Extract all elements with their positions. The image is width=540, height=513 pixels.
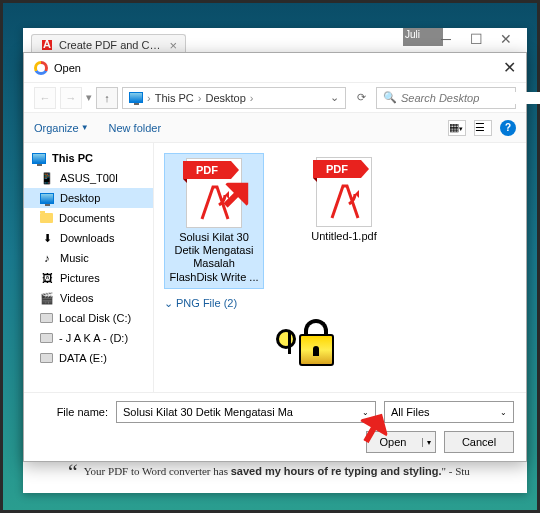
minimize-icon[interactable]: ─ (440, 33, 452, 45)
tree-drive-c[interactable]: Local Disk (C:) (24, 308, 153, 328)
titlebar-accent: Juli (403, 28, 443, 46)
section-png-files[interactable]: ⌄PNG File (2) (164, 297, 516, 310)
tree-pictures[interactable]: 🖼Pictures (24, 268, 153, 288)
tree-this-pc[interactable]: This PC (24, 148, 153, 168)
file-item[interactable] (274, 314, 516, 374)
nav-up-button[interactable]: ↑ (96, 87, 118, 109)
open-button[interactable]: Open (366, 431, 436, 453)
folder-icon (40, 213, 53, 223)
organize-button[interactable]: Organize ▼ (34, 122, 89, 134)
chevron-right-icon: › (250, 92, 254, 104)
nav-back-button[interactable]: ← (34, 87, 56, 109)
cancel-button[interactable]: Cancel (444, 431, 514, 453)
music-icon: ♪ (40, 251, 54, 265)
png-thumbnail (274, 314, 344, 374)
file-item[interactable]: PDF Untitled-1.pdf (294, 153, 394, 289)
breadcrumb[interactable]: › This PC › Desktop › ⌄ (122, 87, 346, 109)
dialog-toolbar: Organize ▼ New folder ▦▾ ☰ ? (24, 113, 526, 143)
open-file-dialog: Open ✕ ← → ▾ ↑ › This PC › Desktop › ⌄ ⟳… (23, 52, 527, 462)
pdf-icon: PDF (186, 158, 242, 228)
new-folder-button[interactable]: New folder (109, 122, 162, 134)
tree-item[interactable]: 📱ASUS_T00I (24, 168, 153, 188)
chevron-down-icon: ⌄ (164, 297, 173, 310)
tree-drive-d[interactable]: - J A K A - (D:) (24, 328, 153, 348)
chrome-icon (34, 61, 48, 75)
chevron-right-icon: › (147, 92, 151, 104)
nav-forward-button[interactable]: → (60, 87, 82, 109)
tree-desktop[interactable]: Desktop (24, 188, 153, 208)
nav-dropdown-icon[interactable]: ▾ (86, 91, 92, 104)
breadcrumb-this-pc[interactable]: This PC (155, 92, 194, 104)
tree-drive-e[interactable]: DATA (E:) (24, 348, 153, 368)
file-list[interactable]: PDF Solusi Kilat 30 Detik Mengatasi Masa… (154, 143, 526, 392)
tree-videos[interactable]: 🎬Videos (24, 288, 153, 308)
download-icon: ⬇ (40, 231, 54, 245)
drive-icon (40, 333, 53, 343)
dialog-title: Open (54, 62, 81, 74)
chevron-right-icon: › (198, 92, 202, 104)
dialog-footer: File name: Solusi Kilat 30 Detik Mengata… (24, 392, 526, 461)
picture-icon: 🖼 (40, 271, 54, 285)
breadcrumb-desktop[interactable]: Desktop (205, 92, 245, 104)
dialog-close-icon[interactable]: ✕ (503, 58, 516, 77)
desktop-icon (40, 193, 54, 204)
drive-icon (40, 313, 53, 323)
tree-documents[interactable]: Documents (24, 208, 153, 228)
chevron-down-icon[interactable]: ⌄ (330, 91, 339, 104)
view-thumbnails-button[interactable]: ▦▾ (448, 120, 466, 136)
maximize-icon[interactable]: ☐ (470, 33, 482, 45)
pc-icon (129, 92, 143, 103)
filename-label: File name: (36, 406, 108, 418)
file-item-selected[interactable]: PDF Solusi Kilat 30 Detik Mengatasi Masa… (164, 153, 264, 289)
tab-title: Create PDF and Convert P (59, 39, 165, 51)
quote-icon: “ (68, 465, 78, 478)
tab-close-icon[interactable]: × (169, 38, 177, 53)
refresh-button[interactable]: ⟳ (350, 87, 372, 109)
file-filter-select[interactable]: All Files⌄ (384, 401, 514, 423)
tree-music[interactable]: ♪Music (24, 248, 153, 268)
tree-downloads[interactable]: ⬇Downloads (24, 228, 153, 248)
search-icon: 🔍 (383, 91, 397, 104)
file-label: Solusi Kilat 30 Detik Mengatasi Masalah … (169, 231, 259, 284)
view-details-button[interactable]: ☰ (474, 120, 492, 136)
search-input[interactable]: 🔍 (376, 87, 516, 109)
pdf-icon: PDF (316, 157, 372, 227)
file-label: Untitled-1.pdf (311, 230, 376, 243)
chevron-down-icon: ⌄ (500, 408, 507, 417)
drive-icon (40, 353, 53, 363)
folder-tree: This PC 📱ASUS_T00I Desktop Documents ⬇Do… (24, 143, 154, 392)
chevron-down-icon[interactable]: ⌄ (362, 408, 369, 417)
svg-text:A: A (43, 38, 51, 50)
filename-input[interactable]: Solusi Kilat 30 Detik Mengatasi Ma⌄ (116, 401, 376, 423)
nav-bar: ← → ▾ ↑ › This PC › Desktop › ⌄ ⟳ 🔍 (24, 83, 526, 113)
tab-favicon: A (40, 38, 54, 52)
pc-icon (32, 153, 46, 164)
close-icon[interactable]: ✕ (500, 33, 512, 45)
video-icon: 🎬 (40, 291, 54, 305)
help-button[interactable]: ? (500, 120, 516, 136)
dialog-titlebar: Open ✕ (24, 53, 526, 83)
phone-icon: 📱 (40, 171, 54, 185)
